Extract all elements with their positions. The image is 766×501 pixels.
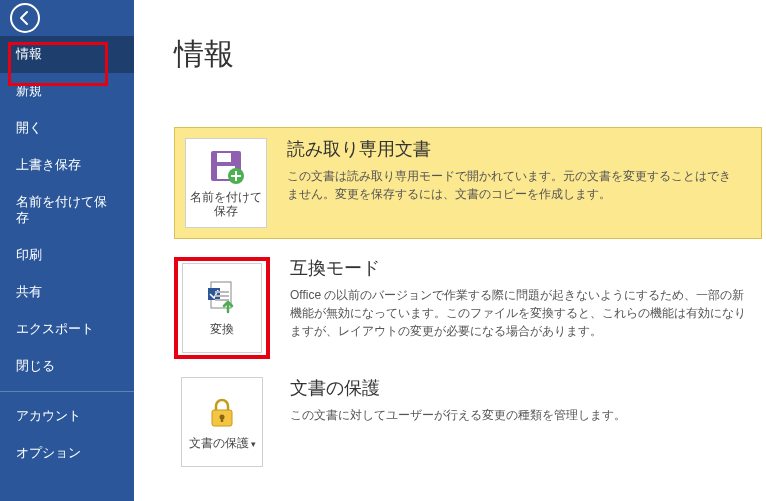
section-title: 読み取り専用文書 — [287, 138, 739, 161]
section-readonly: 名前を付けて保存 読み取り専用文書 この文書は読み取り専用モードで開かれています… — [174, 127, 762, 239]
sidebar-divider — [0, 391, 134, 392]
svg-rect-6 — [215, 291, 229, 293]
svg-rect-1 — [217, 153, 231, 162]
sidebar-item-label: アカウント — [16, 408, 81, 423]
main-panel: 情報 名前を付けて保存 読み取り専用文書 この文書は読み取り専用モードで開かれて… — [134, 0, 766, 501]
section-body: 読み取り専用文書 この文書は読み取り専用モードで開かれています。元の文書を変更す… — [267, 138, 751, 203]
sidebar-item-label: 共有 — [16, 284, 42, 299]
tile-label: 文書の保護▾ — [189, 436, 256, 450]
tile-label: 名前を付けて保存 — [190, 190, 262, 219]
sidebar-item-label: 開く — [16, 120, 42, 135]
tile-convert[interactable]: 変換 — [182, 263, 262, 353]
svg-rect-8 — [215, 299, 229, 301]
sidebar-item-info[interactable]: 情報 — [0, 36, 134, 73]
sidebar-item-label: 上書き保存 — [16, 157, 81, 172]
save-icon — [208, 148, 244, 184]
section-desc: この文書に対してユーザーが行える変更の種類を管理します。 — [290, 406, 754, 424]
section-title: 文書の保護 — [290, 377, 754, 400]
sidebar-item-options[interactable]: オプション — [0, 435, 134, 472]
document-convert-icon — [204, 280, 240, 316]
sidebar-item-print[interactable]: 印刷 — [0, 237, 134, 274]
svg-rect-7 — [215, 295, 229, 297]
section-protect: 文書の保護▾ 文書の保護 この文書に対してユーザーが行える変更の種類を管理します… — [174, 377, 766, 467]
section-desc: Office の以前のバージョンで作業する際に問題が起きないようにするため、一部… — [290, 286, 746, 340]
sidebar-item-new[interactable]: 新規 — [0, 73, 134, 110]
sidebar-item-label: 印刷 — [16, 247, 42, 262]
tile-saveas[interactable]: 名前を付けて保存 — [185, 138, 267, 228]
tile-label: 変換 — [210, 322, 234, 336]
lock-icon — [204, 394, 240, 430]
sidebar-item-share[interactable]: 共有 — [0, 274, 134, 311]
back-button[interactable] — [0, 0, 134, 36]
page-title: 情報 — [174, 34, 766, 75]
sidebar-item-export[interactable]: エクスポート — [0, 311, 134, 348]
backstage-sidebar: 情報 新規 開く 上書き保存 名前を付けて保存 印刷 共有 エクスポート 閉じる… — [0, 0, 134, 501]
section-compat: 変換 互換モード Office の以前のバージョンで作業する際に問題が起きないよ… — [174, 257, 766, 359]
highlight-box-convert: 変換 — [174, 257, 270, 359]
sidebar-item-label: エクスポート — [16, 321, 94, 336]
section-desc: この文書は読み取り専用モードで開かれています。元の文書を変更することはできません… — [287, 167, 739, 203]
sidebar-item-label: 閉じる — [16, 358, 55, 373]
back-arrow-icon — [10, 3, 40, 33]
sidebar-item-label: オプション — [16, 445, 81, 460]
chevron-down-icon: ▾ — [251, 439, 256, 449]
sidebar-item-close[interactable]: 閉じる — [0, 348, 134, 385]
sidebar-item-label: 情報 — [16, 46, 42, 61]
section-body: 互換モード Office の以前のバージョンで作業する際に問題が起きないようにす… — [270, 257, 766, 340]
section-title: 互換モード — [290, 257, 746, 280]
section-body: 文書の保護 この文書に対してユーザーが行える変更の種類を管理します。 — [270, 377, 766, 424]
svg-rect-11 — [221, 418, 223, 422]
sidebar-item-account[interactable]: アカウント — [0, 398, 134, 435]
sidebar-item-saveas[interactable]: 名前を付けて保存 — [0, 184, 134, 238]
sidebar-item-label: 新規 — [16, 83, 42, 98]
sidebar-item-save[interactable]: 上書き保存 — [0, 147, 134, 184]
sidebar-item-label: 名前を付けて保存 — [16, 194, 107, 226]
sidebar-item-open[interactable]: 開く — [0, 110, 134, 147]
tile-protect[interactable]: 文書の保護▾ — [181, 377, 263, 467]
